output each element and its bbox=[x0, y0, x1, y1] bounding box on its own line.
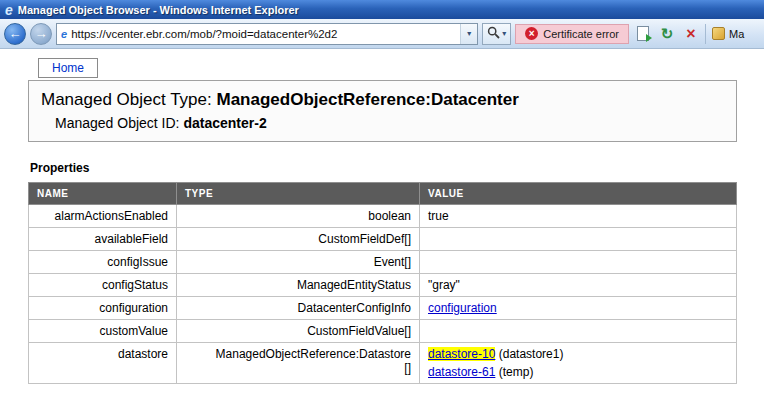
table-row: customValue CustomFieldValue[] bbox=[29, 320, 737, 343]
refresh-button[interactable]: ↻ bbox=[657, 24, 677, 44]
compatibility-view-button[interactable] bbox=[633, 24, 653, 44]
prop-value: configuration bbox=[420, 297, 737, 320]
titlebar: e Managed Object Browser - Windows Inter… bbox=[0, 0, 764, 19]
prop-name: configuration bbox=[29, 297, 177, 320]
datastore-value-line: datastore-10 (datastore1) bbox=[428, 347, 728, 361]
certificate-error-label: Certificate error bbox=[543, 28, 619, 40]
certificate-error-icon: × bbox=[525, 27, 538, 40]
datastore-61-link[interactable]: datastore-61 bbox=[428, 365, 495, 379]
search-button[interactable]: ▾ bbox=[482, 23, 511, 45]
prop-name: configStatus bbox=[29, 274, 177, 297]
page-content: Home Managed Object Type: ManagedObjectR… bbox=[0, 49, 764, 384]
prop-type: CustomFieldDef[] bbox=[177, 228, 420, 251]
datastore-10-link[interactable]: datastore-10 bbox=[428, 347, 495, 361]
forward-button[interactable]: → bbox=[30, 23, 52, 45]
prop-name: datastore bbox=[29, 343, 177, 384]
back-button[interactable]: ← bbox=[4, 23, 26, 45]
prop-type-line2: [] bbox=[185, 361, 411, 375]
type-value: ManagedObjectReference:Datacenter bbox=[216, 90, 518, 109]
page-favicon-icon: e bbox=[61, 28, 67, 40]
navigation-bar: ← → e https://vcenter.ebr.com/mob/?moid=… bbox=[0, 19, 764, 49]
prop-name: customValue bbox=[29, 320, 177, 343]
prop-value: "gray" bbox=[420, 274, 737, 297]
search-dropdown-arrow-icon[interactable]: ▾ bbox=[502, 29, 506, 38]
stop-icon: × bbox=[686, 26, 695, 42]
forward-arrow-icon: → bbox=[35, 27, 48, 40]
home-link[interactable]: Home bbox=[52, 61, 84, 75]
prop-value bbox=[420, 228, 737, 251]
prop-value: true bbox=[420, 205, 737, 228]
certificate-error-badge[interactable]: × Certificate error bbox=[515, 24, 629, 44]
stop-button[interactable]: × bbox=[681, 24, 701, 44]
prop-value bbox=[420, 251, 737, 274]
datastore-value-line: datastore-61 (temp) bbox=[428, 365, 728, 379]
prop-type: ManagedObjectReference:Datastore [] bbox=[177, 343, 420, 384]
address-dropdown-arrow-icon[interactable]: ▼ bbox=[460, 24, 477, 44]
toolbar-separator bbox=[705, 24, 706, 44]
datastore-10-suffix: (datastore1) bbox=[495, 347, 563, 361]
search-highlight: datastore-10 bbox=[428, 347, 495, 361]
type-label: Managed Object Type: bbox=[41, 90, 212, 109]
id-label: Managed Object ID: bbox=[55, 115, 180, 131]
prop-type: Event[] bbox=[177, 251, 420, 274]
tab-favicon-icon bbox=[712, 27, 725, 40]
properties-title: Properties bbox=[30, 161, 764, 175]
prop-type: boolean bbox=[177, 205, 420, 228]
prop-name: availableField bbox=[29, 228, 177, 251]
table-row: configIssue Event[] bbox=[29, 251, 737, 274]
table-row: configuration DatacenterConfigInfo confi… bbox=[29, 297, 737, 320]
properties-table: NAME TYPE VALUE alarmActionsEnabled bool… bbox=[28, 182, 737, 384]
browser-tab[interactable]: Ma bbox=[710, 27, 760, 40]
prop-value: datastore-10 (datastore1) datastore-61 (… bbox=[420, 343, 737, 384]
prop-type: CustomFieldValue[] bbox=[177, 320, 420, 343]
table-row: datastore ManagedObjectReference:Datasto… bbox=[29, 343, 737, 384]
prop-name: alarmActionsEnabled bbox=[29, 205, 177, 228]
url-text[interactable]: https://vcenter.ebr.com/mob/?moid=datace… bbox=[71, 28, 456, 40]
ie-window: e Managed Object Browser - Windows Inter… bbox=[0, 0, 764, 404]
refresh-icon: ↻ bbox=[661, 26, 674, 41]
table-row: availableField CustomFieldDef[] bbox=[29, 228, 737, 251]
page-icon bbox=[637, 26, 649, 41]
search-icon bbox=[487, 25, 500, 43]
window-title: Managed Object Browser - Windows Interne… bbox=[18, 4, 299, 16]
prop-value bbox=[420, 320, 737, 343]
managed-object-type-line: Managed Object Type: ManagedObjectRefere… bbox=[41, 90, 724, 110]
ie-logo-icon: e bbox=[5, 3, 13, 17]
prop-type-line1: ManagedObjectReference:Datastore bbox=[185, 347, 411, 361]
home-tab[interactable]: Home bbox=[38, 58, 98, 78]
column-header-value: VALUE bbox=[420, 183, 737, 205]
prop-name: configIssue bbox=[29, 251, 177, 274]
table-header-row: NAME TYPE VALUE bbox=[29, 183, 737, 205]
tab-title: Ma bbox=[729, 28, 744, 40]
address-bar[interactable]: e https://vcenter.ebr.com/mob/?moid=data… bbox=[56, 23, 478, 45]
id-value: datacenter-2 bbox=[183, 115, 266, 131]
prop-type: DatacenterConfigInfo bbox=[177, 297, 420, 320]
prop-type: ManagedEntityStatus bbox=[177, 274, 420, 297]
column-header-type: TYPE bbox=[177, 183, 420, 205]
object-header: Managed Object Type: ManagedObjectRefere… bbox=[28, 80, 737, 142]
configuration-link[interactable]: configuration bbox=[428, 301, 497, 315]
datastore-61-suffix: (temp) bbox=[495, 365, 533, 379]
back-arrow-icon: ← bbox=[9, 27, 22, 40]
managed-object-id-line: Managed Object ID: datacenter-2 bbox=[55, 115, 724, 131]
table-row: alarmActionsEnabled boolean true bbox=[29, 205, 737, 228]
table-row: configStatus ManagedEntityStatus "gray" bbox=[29, 274, 737, 297]
column-header-name: NAME bbox=[29, 183, 177, 205]
